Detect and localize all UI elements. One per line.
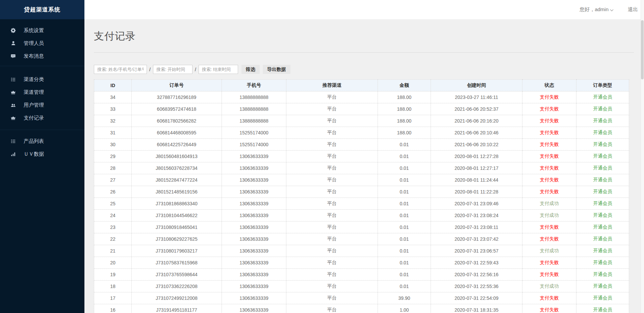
sidebar-item-label: 用户管理 [24, 102, 44, 108]
cell-order-no: J731080629227625 [132, 233, 222, 245]
cell-order-type: 开通会员 [576, 127, 629, 139]
cell-status: 支付失败 [522, 92, 576, 103]
cell-amount: 0.01 [378, 245, 431, 257]
cell-created-at: 2020-07-31 22:55:36 [431, 281, 522, 292]
sidebar-item-channel-category[interactable]: 渠道分类 [0, 73, 84, 86]
vertical-scrollbar[interactable] [641, 0, 644, 313]
page-title: 支付记录 [94, 29, 644, 43]
crown-icon [10, 115, 16, 121]
main-content: 支付记录 / / 筛选 导出数据 ID订单号手机号推荐渠道金额创建时间状态订单类… [84, 19, 644, 313]
cell-order-no: J731081044546622 [132, 210, 222, 221]
cell-amount: 0.01 [378, 198, 431, 210]
sidebar-item-admin-staff[interactable]: 管理人员 [0, 37, 84, 50]
sidebar-item-label: ＵＶ数据 [24, 151, 44, 157]
table-row: 3060681422572644915255174000平台0.012021-0… [94, 139, 629, 151]
cell-amount: 0.01 [378, 162, 431, 174]
separator: / [149, 67, 151, 72]
cell-order-no: 606839572474618 [132, 103, 222, 115]
cell-channel: 平台 [286, 92, 378, 103]
cell-id: 22 [94, 233, 132, 245]
search-input[interactable] [94, 65, 147, 74]
table-row: 25J73108186886334013063633339平台0.012020-… [94, 198, 629, 210]
cell-channel: 平台 [286, 162, 378, 174]
sidebar-item-uv-data[interactable]: ＵＶ数据 [0, 148, 84, 160]
sidebar-group: 系统设置管理人员发布消息 [0, 19, 84, 66]
cell-amount: 0.01 [378, 186, 431, 198]
cell-status: 支付成功 [522, 245, 576, 257]
cell-amount: 188.00 [378, 103, 431, 115]
cell-id: 20 [94, 257, 132, 269]
users-icon [10, 102, 16, 108]
sidebar-item-label: 渠道管理 [24, 89, 44, 96]
sidebar-item-product-list[interactable]: 产品列表 [0, 135, 84, 148]
export-data-button[interactable]: 导出数据 [263, 65, 290, 74]
column-header: 金额 [378, 80, 431, 92]
cell-phone: 13063633339 [222, 292, 286, 304]
end-time-input[interactable] [199, 65, 238, 74]
cell-channel: 平台 [286, 103, 378, 115]
cell-id: 28 [94, 162, 132, 174]
cell-id: 21 [94, 245, 132, 257]
cell-channel: 平台 [286, 304, 378, 313]
payment-records-table: ID订单号手机号推荐渠道金额创建时间状态订单类型 343278877162961… [94, 79, 629, 313]
cell-order-type: 开通会员 [576, 103, 629, 115]
sidebar-item-payment-records[interactable]: 支付记录 [0, 111, 84, 124]
user-menu[interactable]: 您好，admin [579, 6, 614, 13]
column-header: 订单号 [132, 80, 222, 92]
cell-amount: 39.90 [378, 292, 431, 304]
sidebar-item-publish-message[interactable]: 发布消息 [0, 50, 84, 62]
cell-created-at: 2021-06-06 20:10:46 [431, 127, 522, 139]
cell-channel: 平台 [286, 127, 378, 139]
sidebar-group: 渠道分类渠道管理用户管理支付记录 [0, 66, 84, 130]
cell-phone: 13063633339 [222, 221, 286, 233]
logout-link[interactable]: 退出 [628, 6, 638, 13]
cell-order-type: 开通会员 [576, 292, 629, 304]
cell-channel: 平台 [286, 269, 378, 281]
cell-created-at: 2020-07-31 23:09:46 [431, 198, 522, 210]
cell-phone: 13063633339 [222, 281, 286, 292]
cell-order-no: J731080918465041 [132, 221, 222, 233]
scrollbar-thumb[interactable] [641, 20, 644, 79]
cell-phone: 13888888888 [222, 92, 286, 103]
cell-order-type: 开通会员 [576, 174, 629, 186]
cell-amount: 0.01 [378, 210, 431, 221]
cell-created-at: 2023-03-27 11:46:11 [431, 92, 522, 103]
sidebar-item-label: 产品列表 [24, 138, 44, 145]
filter-bar: / / 筛选 导出数据 [94, 65, 644, 74]
cell-id: 33 [94, 103, 132, 115]
cell-order-type: 开通会员 [576, 186, 629, 198]
cell-phone: 13063633339 [222, 151, 286, 162]
cell-order-type: 开通会员 [576, 221, 629, 233]
cell-phone: 13063633339 [222, 233, 286, 245]
table-row: 3260681780256628213888888888平台188.002021… [94, 115, 629, 127]
list-icon [10, 138, 16, 144]
cell-amount: 188.00 [378, 115, 431, 127]
cell-phone: 13063633339 [222, 162, 286, 174]
table-row: 22J73108062922762513063633339平台0.012020-… [94, 233, 629, 245]
cell-phone: 15255174000 [222, 127, 286, 139]
table-row: 3360683957247461813888888888平台188.002021… [94, 103, 629, 115]
cell-order-no: J731075837615968 [132, 257, 222, 269]
cell-order-type: 开通会员 [576, 198, 629, 210]
cell-order-no: J731073765598644 [132, 269, 222, 281]
cell-order-type: 开通会员 [576, 162, 629, 174]
cell-id: 30 [94, 139, 132, 151]
filter-button[interactable]: 筛选 [241, 65, 260, 74]
cell-id: 32 [94, 115, 132, 127]
start-time-input[interactable] [153, 65, 192, 74]
cell-phone: 13063633339 [222, 198, 286, 210]
cell-order-type: 开通会员 [576, 92, 629, 103]
cell-status: 支付失败 [522, 221, 576, 233]
cell-order-no: J801560481604913 [132, 151, 222, 162]
cell-channel: 平台 [286, 257, 378, 269]
sidebar-item-system-settings[interactable]: 系统设置 [0, 24, 84, 37]
table-row: 16J73191495118117713063633339平台1.002020-… [94, 304, 629, 313]
sidebar-item-channel-manage[interactable]: 渠道管理 [0, 86, 84, 99]
cell-phone: 13063633339 [222, 269, 286, 281]
cell-status: 支付失败 [522, 115, 576, 127]
cell-phone: 15255174000 [222, 139, 286, 151]
cell-order-no: 327887716296189 [132, 92, 222, 103]
cell-status: 支付失败 [522, 103, 576, 115]
sidebar-item-user-manage[interactable]: 用户管理 [0, 99, 84, 111]
sidebar: 贷超渠道系统 系统设置管理人员发布消息渠道分类渠道管理用户管理支付记录产品列表Ｕ… [0, 0, 84, 313]
